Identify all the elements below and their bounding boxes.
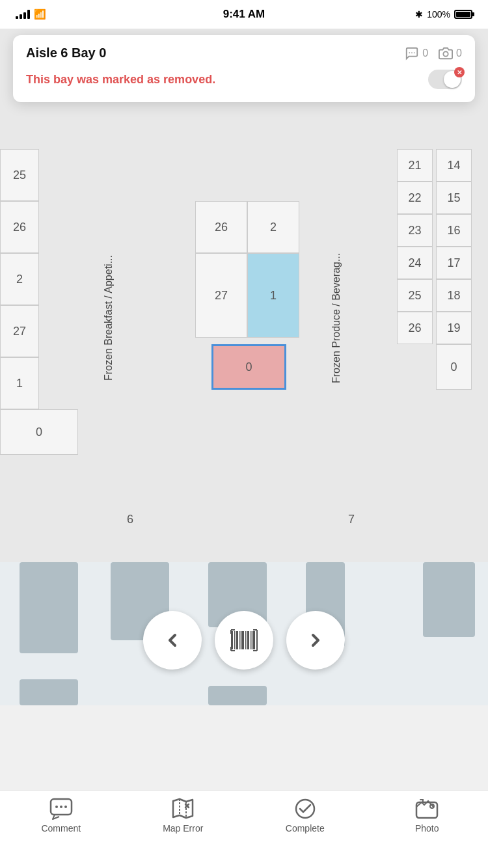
map-error-tab-label: Map Error	[163, 823, 203, 834]
grid-cell[interactable]: 21	[397, 149, 433, 182]
grid-cell[interactable]: 25	[397, 279, 433, 312]
status-left: 📶	[16, 8, 46, 20]
photo-tab-icon	[414, 797, 440, 821]
grid-cell[interactable]: 26	[195, 201, 247, 253]
signal-icon	[16, 10, 30, 19]
popup-title: Aisle 6 Bay 0	[26, 46, 106, 61]
status-bar: 📶 9:41 AM ✱ 100%	[0, 0, 488, 29]
grid-cell[interactable]: 26	[0, 201, 39, 253]
map-error-icon	[171, 798, 195, 820]
status-right: ✱ 100%	[415, 9, 472, 20]
svg-point-0	[409, 52, 411, 53]
frozen-produce-label: Frozen Produce / Beverag...	[331, 208, 342, 429]
grid-cell[interactable]: 2	[0, 253, 39, 305]
grid-cell[interactable]: 15	[436, 182, 472, 214]
shelf-block	[208, 686, 267, 705]
bay-popup: Aisle 6 Bay 0 0	[13, 35, 475, 102]
grid-cell[interactable]: 22	[397, 182, 433, 214]
comment-tab-label: Comment	[41, 823, 81, 834]
grid-cell[interactable]: 14	[436, 149, 472, 182]
nav-controls	[143, 611, 345, 670]
next-button[interactable]	[286, 611, 345, 670]
grid-cell[interactable]: 2	[247, 201, 299, 253]
svg-rect-11	[251, 631, 252, 649]
comments-count: 0	[422, 47, 428, 59]
grid-cell[interactable]: 27	[0, 305, 39, 357]
grid-cell[interactable]: 26	[397, 312, 433, 344]
tab-comment[interactable]: Comment	[22, 797, 100, 834]
popup-header: Aisle 6 Bay 0 0	[26, 46, 462, 61]
map-error-tab-icon	[170, 797, 196, 821]
frozen-breakfast-label: Frozen Breakfast / Appeti...	[103, 208, 115, 429]
shelf-block	[423, 562, 475, 637]
svg-point-16	[60, 806, 62, 808]
svg-rect-10	[247, 631, 249, 649]
svg-point-1	[411, 52, 413, 53]
grid-cell[interactable]: 24	[397, 247, 433, 279]
prev-button[interactable]	[143, 611, 202, 670]
aisle7-label: 7	[348, 513, 355, 526]
grid-cell-selected[interactable]: 0	[211, 344, 286, 390]
grid-cell[interactable]: 23	[397, 214, 433, 247]
popup-icons: 0 0	[405, 46, 462, 61]
nav-area	[0, 562, 488, 705]
prev-icon	[162, 630, 183, 651]
photo-icon	[415, 798, 439, 820]
shelf-block	[20, 562, 78, 653]
barcode-button[interactable]	[215, 611, 273, 670]
comment-icon	[49, 798, 73, 820]
toggle-x-icon: ✕	[454, 67, 465, 77]
svg-point-18	[296, 800, 314, 818]
wifi-icon: 📶	[34, 8, 46, 20]
complete-icon	[293, 798, 317, 820]
comments-count-group: 0	[405, 46, 428, 61]
grid-cell[interactable]: 18	[436, 279, 472, 312]
complete-tab-label: Complete	[286, 823, 325, 834]
complete-tab-icon	[292, 797, 318, 821]
svg-rect-4	[231, 631, 233, 649]
battery-percent: 100%	[427, 9, 450, 20]
bluetooth-icon: ✱	[415, 9, 423, 20]
grid-cell[interactable]: 19	[436, 312, 472, 344]
tab-photo[interactable]: Photo	[388, 797, 466, 834]
chat-icon	[405, 46, 419, 61]
removed-toggle[interactable]: ✕	[428, 70, 462, 89]
svg-rect-13	[256, 631, 258, 649]
svg-rect-12	[252, 631, 255, 649]
tab-complete[interactable]: Complete	[266, 797, 344, 834]
grid-cell[interactable]: 0	[436, 344, 472, 390]
status-time: 9:41 AM	[223, 8, 265, 21]
popup-body: This bay was marked as removed. ✕	[26, 70, 462, 89]
grid-cell[interactable]: 17	[436, 247, 472, 279]
svg-rect-8	[241, 631, 244, 649]
svg-rect-7	[239, 631, 241, 649]
grid-cell[interactable]: 1	[0, 357, 39, 409]
tab-bar: Comment Map Error Complete	[0, 790, 488, 868]
aisle6-label: 6	[127, 513, 133, 526]
shelf-block	[20, 679, 78, 705]
photo-tab-label: Photo	[415, 823, 439, 834]
svg-point-2	[414, 52, 415, 53]
grid-area: 25 26 2 27 1 0 Frozen Breakfast / Appeti…	[0, 129, 488, 562]
tab-map-error[interactable]: Map Error	[144, 797, 222, 834]
map-area: Aisle 6 Bay 0 0	[0, 29, 488, 562]
svg-point-3	[443, 51, 448, 56]
svg-rect-5	[234, 631, 236, 649]
svg-point-15	[55, 806, 58, 808]
photos-count-group: 0	[439, 46, 462, 61]
svg-rect-6	[236, 631, 238, 649]
photos-count: 0	[456, 47, 462, 59]
grid-cell[interactable]: 0	[0, 409, 78, 455]
svg-point-17	[64, 806, 67, 808]
svg-rect-9	[245, 631, 247, 649]
grid-cell[interactable]: 16	[436, 214, 472, 247]
next-icon	[305, 630, 326, 651]
battery-icon	[454, 10, 472, 19]
grid-cell[interactable]: 25	[0, 149, 39, 201]
grid-cell-blue[interactable]: 1	[247, 253, 299, 338]
removed-message: This bay was marked as removed.	[26, 73, 215, 87]
comment-tab-icon	[48, 797, 74, 821]
camera-icon	[439, 46, 453, 61]
grid-cell[interactable]: 27	[195, 253, 247, 338]
barcode-icon	[230, 629, 258, 652]
